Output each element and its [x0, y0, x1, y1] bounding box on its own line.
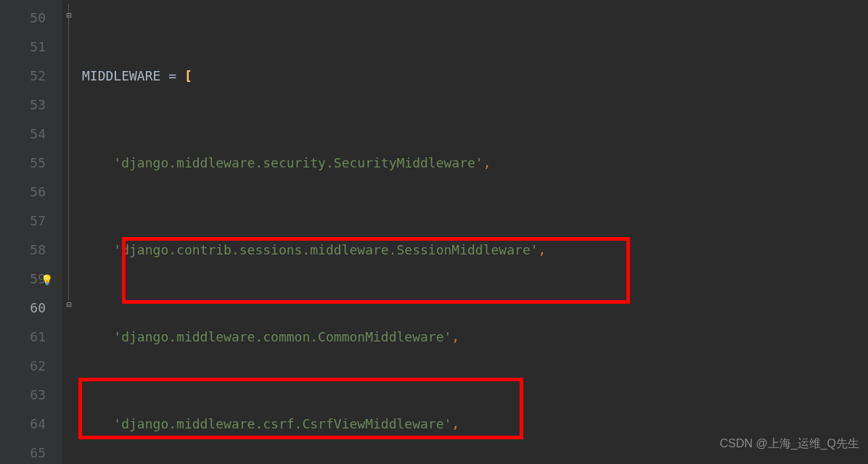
line-number: 63: [0, 381, 46, 410]
code-area[interactable]: MIDDLEWARE = [ 'django.middleware.securi…: [76, 0, 570, 464]
line-number: 56: [0, 178, 46, 207]
fold-start-icon[interactable]: ⊟: [64, 10, 74, 20]
line-number: 59: [0, 265, 46, 294]
line-number: 62: [0, 352, 46, 381]
line-number: 50: [0, 4, 46, 33]
code-line[interactable]: MIDDLEWARE = [: [82, 62, 570, 91]
code-line[interactable]: 'django.middleware.security.SecurityMidd…: [82, 149, 570, 178]
fold-column: ⊟ ⊟: [62, 0, 76, 464]
string-literal: 'django.middleware.csrf.CsrfViewMiddlewa…: [113, 416, 451, 431]
watermark: CSDN @上海_运维_Q先生: [720, 429, 859, 458]
variable: MIDDLEWARE: [82, 68, 160, 83]
string-literal: 'django.contrib.sessions.middleware.Sess…: [113, 242, 538, 257]
string-literal: 'django.middleware.security.SecurityMidd…: [113, 155, 483, 170]
line-number: 64: [0, 410, 46, 439]
line-number: 58: [0, 236, 46, 265]
comma: ,: [483, 155, 491, 170]
line-number: 65: [0, 439, 46, 464]
line-number: 54: [0, 120, 46, 149]
line-number-active: 60: [0, 294, 46, 323]
line-number: 61: [0, 323, 46, 352]
line-number-gutter: 50 51 52 53 54 55 56 57 58 59 60 61 62 6…: [0, 0, 62, 464]
line-number: 57: [0, 207, 46, 236]
code-line[interactable]: 'django.middleware.common.CommonMiddlewa…: [82, 323, 570, 352]
line-number: 52: [0, 62, 46, 91]
line-number: 53: [0, 91, 46, 120]
lightbulb-icon[interactable]: 💡: [41, 274, 52, 286]
code-line[interactable]: 'django.contrib.sessions.middleware.Sess…: [82, 236, 570, 265]
comma: ,: [451, 329, 459, 344]
fold-end-icon[interactable]: ⊟: [64, 299, 74, 310]
code-line[interactable]: 'django.middleware.csrf.CsrfViewMiddlewa…: [82, 410, 570, 439]
code-editor[interactable]: 50 51 52 53 54 55 56 57 58 59 60 61 62 6…: [0, 0, 868, 464]
line-number: 55: [0, 149, 46, 178]
comma: ,: [451, 416, 459, 431]
string-literal: 'django.middleware.common.CommonMiddlewa…: [113, 329, 451, 344]
open-bracket: [: [184, 68, 192, 83]
line-number: 51: [0, 33, 46, 62]
comma: ,: [539, 242, 546, 257]
